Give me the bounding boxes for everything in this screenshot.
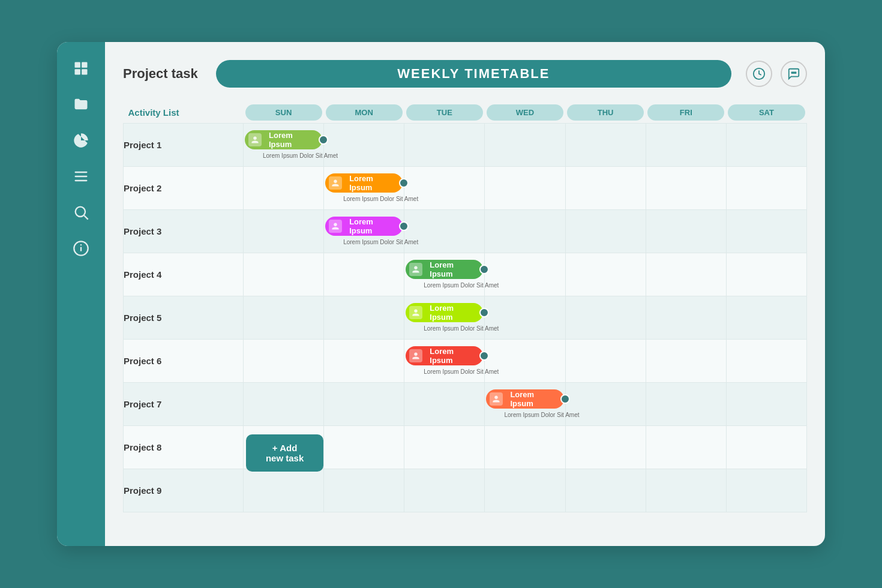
table-row: Project 9 [124, 469, 807, 512]
cell-project4-day2: Lorem IpsumLorem Ipsum Dolor Sit Amet [404, 253, 485, 296]
cell-project8-day0: + Add new task [244, 426, 324, 469]
cell-project5-day2: Lorem IpsumLorem Ipsum Dolor Sit Amet [404, 296, 485, 340]
cell-project3-day0 [244, 210, 324, 253]
task-bar-project3[interactable]: Lorem IpsumLorem Ipsum Dolor Sit Amet [325, 216, 403, 236]
add-task-button[interactable]: + Add new task [246, 434, 323, 472]
cell-project7-day6 [726, 383, 806, 426]
cell-project6-day0 [244, 340, 324, 383]
cell-project2-day1: Lorem IpsumLorem Ipsum Dolor Sit Amet [324, 167, 404, 210]
header-row: Project task WEEKLY TIMETABLE [123, 60, 807, 88]
project-label-1: Project 1 [124, 124, 244, 167]
day-header-wed: WED [487, 104, 563, 121]
table-row: Project 3Lorem IpsumLorem Ipsum Dolor Si… [124, 210, 807, 253]
cell-project7-day0 [244, 383, 324, 426]
cell-project1-day4 [565, 124, 646, 167]
cell-project7-day4 [565, 383, 646, 426]
cell-project7-day3: Lorem IpsumLorem Ipsum Dolor Sit Amet [485, 383, 565, 426]
cell-project1-day5 [646, 124, 726, 167]
cell-project5-day3 [485, 296, 565, 340]
cell-project9-day2 [404, 469, 485, 512]
cell-project8-day3 [485, 426, 565, 469]
task-bar-project7[interactable]: Lorem IpsumLorem Ipsum Dolor Sit Amet [486, 389, 563, 409]
cell-project1-day0: Lorem IpsumLorem Ipsum Dolor Sit Amet [244, 124, 324, 167]
svg-point-13 [791, 72, 793, 73]
project-label-8: Project 8 [124, 426, 244, 469]
cell-project6-day4 [565, 340, 646, 383]
cell-project5-day4 [565, 296, 646, 340]
timetable-table: Activity List SUN MON TUE [123, 102, 807, 512]
cell-project5-day5 [646, 296, 726, 340]
cell-project4-day6 [726, 253, 806, 296]
cell-project1-day2 [404, 124, 485, 167]
cell-project6-day2: Lorem IpsumLorem Ipsum Dolor Sit Amet [404, 340, 485, 383]
cell-project5-day6 [726, 296, 806, 340]
cell-project4-day3 [485, 253, 565, 296]
cell-project2-day0 [244, 167, 324, 210]
day-header-fri: FRI [647, 104, 724, 121]
cell-project7-day1 [324, 383, 404, 426]
project-label-2: Project 2 [124, 167, 244, 210]
sidebar-icon-grid[interactable] [73, 60, 89, 77]
day-header-sat: SAT [728, 104, 805, 121]
cell-project9-day4 [565, 469, 646, 512]
cell-project4-day0 [244, 253, 324, 296]
cell-project4-day5 [646, 253, 726, 296]
project-label-5: Project 5 [124, 296, 244, 340]
chat-button[interactable] [781, 61, 807, 87]
cell-project8-day2 [404, 426, 485, 469]
cell-project8-day1 [324, 426, 404, 469]
project-label-7: Project 7 [124, 383, 244, 426]
task-bar-project6[interactable]: Lorem IpsumLorem Ipsum Dolor Sit Amet [406, 346, 483, 366]
sidebar-icon-search[interactable] [73, 204, 89, 221]
sidebar-icon-pie-chart[interactable] [73, 132, 89, 149]
cell-project9-day3 [485, 469, 565, 512]
svg-rect-4 [75, 172, 88, 173]
column-header-row: Activity List SUN MON TUE [124, 102, 807, 124]
cell-project3-day3 [485, 210, 565, 253]
cell-project3-day4 [565, 210, 646, 253]
sidebar-icon-list[interactable] [73, 168, 89, 185]
cell-project9-day6 [726, 469, 806, 512]
table-row: Project 6Lorem IpsumLorem Ipsum Dolor Si… [124, 340, 807, 383]
table-row: Project 1Lorem IpsumLorem Ipsum Dolor Si… [124, 124, 807, 167]
svg-rect-1 [82, 62, 87, 68]
page-title: Project task [123, 66, 198, 82]
cell-project9-day1 [324, 469, 404, 512]
cell-project6-day1 [324, 340, 404, 383]
table-row: Project 4Lorem IpsumLorem Ipsum Dolor Si… [124, 253, 807, 296]
cell-project2-day5 [646, 167, 726, 210]
table-row: Project 8+ Add new task [124, 426, 807, 469]
svg-point-7 [76, 207, 85, 217]
cell-project8-day6 [726, 426, 806, 469]
svg-point-14 [793, 72, 794, 73]
task-bar-project2[interactable]: Lorem IpsumLorem Ipsum Dolor Sit Amet [325, 173, 403, 193]
day-header-thu: THU [567, 104, 644, 121]
cell-project3-day1: Lorem IpsumLorem Ipsum Dolor Sit Amet [324, 210, 404, 253]
cell-project9-day5 [646, 469, 726, 512]
cell-project6-day6 [726, 340, 806, 383]
cell-project9-day0 [244, 469, 324, 512]
svg-rect-3 [82, 69, 87, 74]
table-row: Project 7Lorem IpsumLorem Ipsum Dolor Si… [124, 383, 807, 426]
cell-project2-day4 [565, 167, 646, 210]
main-card: Project task WEEKLY TIMETABLE [57, 42, 825, 546]
cell-project6-day3 [485, 340, 565, 383]
sidebar-icon-info[interactable] [73, 240, 89, 257]
timetable-badge: WEEKLY TIMETABLE [216, 60, 731, 88]
task-bar-project1[interactable]: Lorem IpsumLorem Ipsum Dolor Sit Amet [245, 130, 322, 150]
clock-button[interactable] [746, 61, 772, 87]
cell-project7-day5 [646, 383, 726, 426]
task-bar-project4[interactable]: Lorem IpsumLorem Ipsum Dolor Sit Amet [406, 259, 483, 280]
sidebar-icon-folder[interactable] [73, 96, 89, 113]
task-bar-project5[interactable]: Lorem IpsumLorem Ipsum Dolor Sit Amet [406, 302, 483, 323]
cell-project3-day2 [404, 210, 485, 253]
cell-project2-day2 [404, 167, 485, 210]
cell-project2-day3 [485, 167, 565, 210]
table-row: Project 2Lorem IpsumLorem Ipsum Dolor Si… [124, 167, 807, 210]
day-header-mon: MON [326, 104, 403, 121]
day-header-tue: TUE [406, 104, 483, 121]
cell-project5-day0 [244, 296, 324, 340]
cell-project4-day4 [565, 253, 646, 296]
svg-rect-0 [75, 62, 80, 68]
content-area: Project task WEEKLY TIMETABLE [105, 42, 825, 546]
